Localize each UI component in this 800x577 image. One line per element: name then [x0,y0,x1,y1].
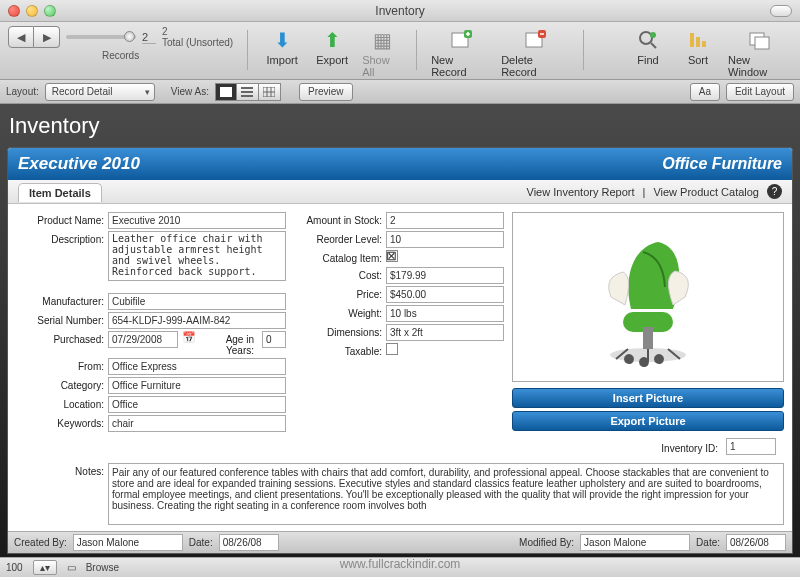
manufacturer-field[interactable] [108,293,286,310]
location-field[interactable] [108,396,286,413]
age-field[interactable] [262,331,286,348]
record-current: 2 [142,31,156,44]
svg-point-5 [650,32,656,38]
chair-icon [583,227,713,367]
inventory-id-field[interactable] [726,438,776,455]
record-product-name: Executive 2010 [18,154,140,174]
created-date-field [219,534,279,551]
window-title: Inventory [0,4,800,18]
record-header: Executive 2010 Office Furniture [8,148,792,180]
record-category: Office Furniture [662,155,782,173]
svg-rect-12 [241,87,253,89]
content-area: Inventory Executive 2010 Office Furnitur… [0,104,800,557]
product-name-field[interactable] [108,212,286,229]
record-card: Executive 2010 Office Furniture Item Det… [7,147,793,554]
view-list-button[interactable] [237,83,259,101]
show-all-icon: ▦ [368,26,396,54]
record-next-button[interactable]: ▶ [34,26,60,48]
serial-number-field[interactable] [108,312,286,329]
layout-bar: Layout: Record Detail View As: Preview A… [0,80,800,104]
new-window-button[interactable]: New Window [728,26,792,78]
svg-rect-11 [220,87,232,97]
import-button[interactable]: ⬇Import [262,26,302,66]
description-field[interactable] [108,231,286,281]
import-icon: ⬇ [268,26,296,54]
layout-dropdown[interactable]: Record Detail [45,83,155,101]
modified-date-field [726,534,786,551]
export-button[interactable]: ⬆Export [312,26,352,66]
svg-rect-7 [696,37,700,47]
svg-rect-8 [702,41,706,47]
viewas-label: View As: [171,86,209,97]
titlebar: Inventory [0,0,800,22]
category-field[interactable] [108,377,286,394]
sort-icon [684,26,712,54]
delete-record-icon [521,26,549,54]
svg-point-4 [640,32,652,44]
tab-item-details[interactable]: Item Details [18,183,102,202]
record-total-count: 2 [162,26,233,37]
new-record-icon [447,26,475,54]
page-title: Inventory [7,109,793,147]
toolbar-pill-button[interactable] [770,5,792,17]
zoom-control[interactable]: ▴▾ [33,560,57,575]
mode-indicator: Browse [86,562,119,573]
notes-field[interactable]: Pair any of our featured conference tabl… [108,463,784,525]
view-table-button[interactable] [259,83,281,101]
export-picture-button[interactable]: Export Picture [512,411,784,431]
help-icon[interactable]: ? [767,184,782,199]
new-record-button[interactable]: New Record [431,26,491,78]
created-by-field [73,534,183,551]
text-size-button[interactable]: Aa [690,83,720,101]
svg-rect-13 [241,91,253,93]
layout-label: Layout: [6,86,39,97]
view-form-button[interactable] [215,83,237,101]
price-field[interactable] [386,286,504,303]
modified-by-field [580,534,690,551]
svg-rect-14 [241,95,253,97]
svg-rect-6 [690,33,694,47]
product-image[interactable] [512,212,784,382]
sort-button[interactable]: Sort [678,26,718,66]
weight-field[interactable] [386,305,504,322]
zoom-value: 100 [6,562,23,573]
calendar-icon[interactable]: 📅 [182,331,196,356]
record-total-label: Total (Unsorted) [162,37,233,48]
catalog-item-checkbox[interactable] [386,250,398,262]
record-slider[interactable] [66,35,136,39]
purchased-field[interactable] [108,331,178,348]
dimensions-field[interactable] [386,324,504,341]
find-icon [634,26,662,54]
delete-record-button[interactable]: Delete Record [501,26,569,78]
export-icon: ⬆ [318,26,346,54]
insert-picture-button[interactable]: Insert Picture [512,388,784,408]
cost-field[interactable] [386,267,504,284]
taxable-checkbox[interactable] [386,343,398,355]
new-window-icon [746,26,774,54]
preview-button[interactable]: Preview [299,83,353,101]
main-toolbar: ◀ ▶ 2 2 Total (Unsorted) Records ⬇Import… [0,22,800,80]
view-inventory-report-link[interactable]: View Inventory Report [527,186,635,198]
show-all-button[interactable]: ▦Show All [362,26,402,78]
record-footer: Created By: Date: Modified By: Date: [8,531,792,553]
keywords-field[interactable] [108,415,286,432]
svg-rect-18 [643,327,653,349]
from-field[interactable] [108,358,286,375]
reorder-level-field[interactable] [386,231,504,248]
amount-in-stock-field[interactable] [386,212,504,229]
status-bar: 100 ▴▾ ▭ Browse [0,557,800,577]
edit-layout-button[interactable]: Edit Layout [726,83,794,101]
view-product-catalog-link[interactable]: View Product Catalog [653,186,759,198]
find-button[interactable]: Find [628,26,668,66]
records-label: Records [102,50,139,61]
record-prev-button[interactable]: ◀ [8,26,34,48]
svg-rect-10 [755,37,769,49]
